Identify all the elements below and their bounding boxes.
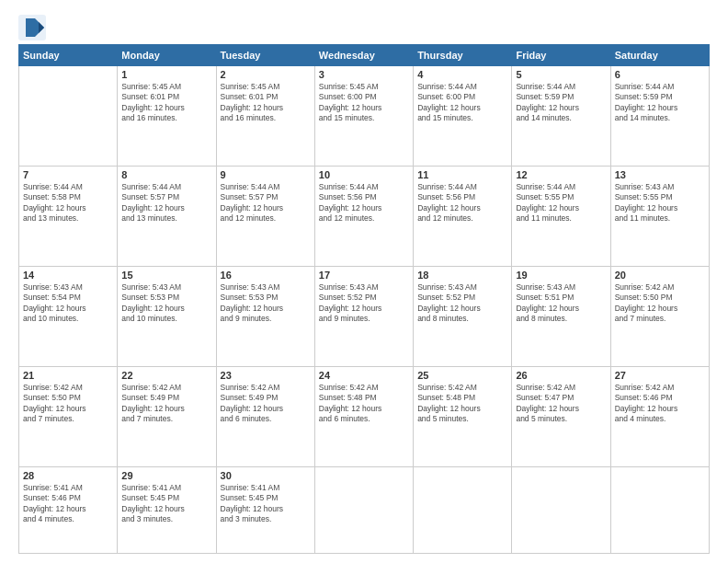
day-info: Sunrise: 5:44 AM Sunset: 5:59 PM Dayligh… (516, 82, 606, 124)
calendar-cell: 6Sunrise: 5:44 AM Sunset: 5:59 PM Daylig… (610, 66, 709, 167)
calendar-cell: 7Sunrise: 5:44 AM Sunset: 5:58 PM Daylig… (19, 166, 118, 266)
calendar-cell: 1Sunrise: 5:45 AM Sunset: 6:01 PM Daylig… (118, 66, 216, 167)
calendar-cell: 5Sunrise: 5:44 AM Sunset: 5:59 PM Daylig… (512, 66, 610, 167)
weekday-saturday: Saturday (610, 45, 709, 66)
weekday-wednesday: Wednesday (314, 45, 413, 66)
day-number: 14 (23, 270, 113, 281)
day-number: 7 (23, 169, 113, 180)
calendar-cell: 12Sunrise: 5:44 AM Sunset: 5:55 PM Dayli… (512, 166, 610, 266)
calendar-cell: 9Sunrise: 5:44 AM Sunset: 5:57 PM Daylig… (216, 166, 314, 266)
day-info: Sunrise: 5:42 AM Sunset: 5:48 PM Dayligh… (417, 383, 507, 425)
calendar-cell (414, 466, 512, 553)
day-info: Sunrise: 5:42 AM Sunset: 5:50 PM Dayligh… (23, 383, 113, 425)
calendar-cell (19, 66, 118, 167)
calendar-cell: 28Sunrise: 5:41 AM Sunset: 5:46 PM Dayli… (19, 466, 118, 553)
day-number: 15 (121, 270, 211, 281)
day-info: Sunrise: 5:44 AM Sunset: 5:56 PM Dayligh… (319, 182, 409, 224)
page: SundayMondayTuesdayWednesdayThursdayFrid… (0, 0, 728, 563)
day-number: 28 (23, 470, 113, 481)
day-number: 25 (417, 370, 507, 381)
day-number: 20 (615, 270, 705, 281)
day-info: Sunrise: 5:42 AM Sunset: 5:50 PM Dayligh… (615, 282, 705, 325)
calendar-cell: 11Sunrise: 5:44 AM Sunset: 5:56 PM Dayli… (414, 166, 512, 266)
day-number: 8 (121, 169, 211, 180)
calendar-cell: 2Sunrise: 5:45 AM Sunset: 6:01 PM Daylig… (216, 66, 314, 167)
day-number: 3 (319, 69, 409, 80)
calendar-cell: 26Sunrise: 5:42 AM Sunset: 5:47 PM Dayli… (512, 366, 610, 466)
day-info: Sunrise: 5:42 AM Sunset: 5:49 PM Dayligh… (221, 383, 311, 425)
day-info: Sunrise: 5:42 AM Sunset: 5:49 PM Dayligh… (121, 383, 211, 425)
calendar-cell: 25Sunrise: 5:42 AM Sunset: 5:48 PM Dayli… (414, 366, 512, 466)
calendar-cell: 29Sunrise: 5:41 AM Sunset: 5:45 PM Dayli… (118, 466, 216, 553)
weekday-friday: Friday (512, 45, 610, 66)
calendar-cell: 22Sunrise: 5:42 AM Sunset: 5:49 PM Dayli… (118, 366, 216, 466)
calendar-cell: 3Sunrise: 5:45 AM Sunset: 6:00 PM Daylig… (314, 66, 413, 167)
day-info: Sunrise: 5:43 AM Sunset: 5:51 PM Dayligh… (516, 282, 606, 325)
day-number: 13 (615, 169, 705, 180)
calendar-cell: 20Sunrise: 5:42 AM Sunset: 5:50 PM Dayli… (610, 266, 709, 366)
week-row-0: 1Sunrise: 5:45 AM Sunset: 6:01 PM Daylig… (19, 66, 710, 167)
calendar-cell: 14Sunrise: 5:43 AM Sunset: 5:54 PM Dayli… (19, 266, 118, 366)
week-row-3: 21Sunrise: 5:42 AM Sunset: 5:50 PM Dayli… (19, 366, 710, 466)
calendar-cell: 15Sunrise: 5:43 AM Sunset: 5:53 PM Dayli… (118, 266, 216, 366)
day-number: 26 (516, 370, 606, 381)
day-number: 9 (221, 169, 311, 180)
week-row-2: 14Sunrise: 5:43 AM Sunset: 5:54 PM Dayli… (19, 266, 710, 366)
weekday-tuesday: Tuesday (216, 45, 314, 66)
day-info: Sunrise: 5:43 AM Sunset: 5:54 PM Dayligh… (23, 282, 113, 325)
weekday-header-row: SundayMondayTuesdayWednesdayThursdayFrid… (19, 45, 710, 66)
day-info: Sunrise: 5:43 AM Sunset: 5:55 PM Dayligh… (615, 182, 705, 224)
weekday-sunday: Sunday (19, 45, 118, 66)
day-info: Sunrise: 5:43 AM Sunset: 5:52 PM Dayligh… (417, 282, 507, 325)
day-info: Sunrise: 5:41 AM Sunset: 5:45 PM Dayligh… (121, 483, 211, 525)
day-info: Sunrise: 5:44 AM Sunset: 5:57 PM Dayligh… (221, 182, 311, 224)
calendar-cell: 18Sunrise: 5:43 AM Sunset: 5:52 PM Dayli… (414, 266, 512, 366)
day-info: Sunrise: 5:45 AM Sunset: 6:01 PM Dayligh… (221, 82, 311, 124)
calendar-cell (512, 466, 610, 553)
day-number: 27 (615, 370, 705, 381)
calendar-cell (314, 466, 413, 553)
calendar-cell: 24Sunrise: 5:42 AM Sunset: 5:48 PM Dayli… (314, 366, 413, 466)
day-number: 21 (23, 370, 113, 381)
calendar-cell: 8Sunrise: 5:44 AM Sunset: 5:57 PM Daylig… (118, 166, 216, 266)
week-row-4: 28Sunrise: 5:41 AM Sunset: 5:46 PM Dayli… (19, 466, 710, 553)
day-info: Sunrise: 5:45 AM Sunset: 6:00 PM Dayligh… (319, 82, 409, 124)
day-number: 29 (121, 470, 211, 481)
day-info: Sunrise: 5:42 AM Sunset: 5:47 PM Dayligh… (516, 383, 606, 425)
day-number: 23 (221, 370, 311, 381)
day-info: Sunrise: 5:41 AM Sunset: 5:46 PM Dayligh… (23, 483, 113, 525)
day-number: 22 (121, 370, 211, 381)
day-number: 1 (121, 69, 211, 80)
calendar-cell: 13Sunrise: 5:43 AM Sunset: 5:55 PM Dayli… (610, 166, 709, 266)
day-number: 10 (319, 169, 409, 180)
day-info: Sunrise: 5:41 AM Sunset: 5:45 PM Dayligh… (221, 483, 311, 525)
day-number: 6 (615, 69, 705, 80)
day-number: 30 (221, 470, 311, 481)
day-number: 11 (417, 169, 507, 180)
day-number: 2 (221, 69, 311, 80)
day-number: 16 (221, 270, 311, 281)
day-info: Sunrise: 5:44 AM Sunset: 5:56 PM Dayligh… (417, 182, 507, 224)
calendar-cell: 4Sunrise: 5:44 AM Sunset: 6:00 PM Daylig… (414, 66, 512, 167)
logo (18, 15, 50, 40)
day-info: Sunrise: 5:44 AM Sunset: 6:00 PM Dayligh… (417, 82, 507, 124)
day-number: 4 (417, 69, 507, 80)
day-number: 12 (516, 169, 606, 180)
day-info: Sunrise: 5:43 AM Sunset: 5:53 PM Dayligh… (221, 282, 311, 325)
day-info: Sunrise: 5:43 AM Sunset: 5:52 PM Dayligh… (319, 282, 409, 325)
day-number: 5 (516, 69, 606, 80)
calendar-cell: 10Sunrise: 5:44 AM Sunset: 5:56 PM Dayli… (314, 166, 413, 266)
header (18, 15, 710, 40)
calendar-cell (610, 466, 709, 553)
calendar-cell: 27Sunrise: 5:42 AM Sunset: 5:46 PM Dayli… (610, 366, 709, 466)
day-number: 19 (516, 270, 606, 281)
calendar-cell: 30Sunrise: 5:41 AM Sunset: 5:45 PM Dayli… (216, 466, 314, 553)
calendar-cell: 19Sunrise: 5:43 AM Sunset: 5:51 PM Dayli… (512, 266, 610, 366)
day-info: Sunrise: 5:45 AM Sunset: 6:01 PM Dayligh… (121, 82, 211, 124)
day-number: 17 (319, 270, 409, 281)
calendar: SundayMondayTuesdayWednesdayThursdayFrid… (18, 44, 710, 554)
weekday-thursday: Thursday (414, 45, 512, 66)
calendar-cell: 21Sunrise: 5:42 AM Sunset: 5:50 PM Dayli… (19, 366, 118, 466)
week-row-1: 7Sunrise: 5:44 AM Sunset: 5:58 PM Daylig… (19, 166, 710, 266)
weekday-monday: Monday (118, 45, 216, 66)
